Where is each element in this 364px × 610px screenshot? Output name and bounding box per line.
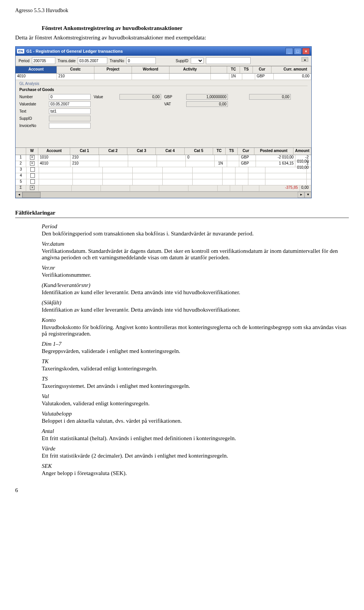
field-term: Antal bbox=[42, 428, 349, 434]
doc-header: Agresso 5.5.3 Huvudbok bbox=[15, 8, 349, 14]
col-workord[interactable]: Workord bbox=[132, 66, 169, 73]
cell-tc[interactable]: 1N bbox=[229, 74, 242, 80]
field-description: Den bokföringsperiod som transaktionen s… bbox=[42, 231, 349, 237]
table-row[interactable]: 1×10102100GBP-2 010,00-2 010,00 bbox=[16, 155, 311, 161]
cell-cur[interactable]: GBP bbox=[255, 74, 274, 80]
col-project[interactable]: Project bbox=[94, 66, 132, 73]
value-input[interactable] bbox=[119, 94, 161, 100]
grid1-row[interactable]: 4010 210 1N GBP 0,00 bbox=[16, 74, 311, 80]
table-row[interactable]: 5 bbox=[16, 179, 311, 185]
gl-analysis-label: GL Analysis bbox=[19, 82, 308, 86]
col-costc[interactable]: Costc bbox=[57, 66, 94, 73]
page-number: 6 bbox=[15, 487, 349, 494]
field-term: Period bbox=[42, 223, 349, 230]
cell-workord[interactable] bbox=[132, 74, 169, 80]
field-term: SEK bbox=[42, 463, 349, 469]
col2-account[interactable]: Account bbox=[38, 148, 71, 155]
gbp-rate-input[interactable] bbox=[186, 94, 228, 100]
field-description: Ett fritt statistikvärde (2 decimaler). … bbox=[42, 453, 349, 459]
col2-tc[interactable]: TC bbox=[213, 148, 226, 155]
suppid-select[interactable] bbox=[191, 58, 204, 64]
vat-input[interactable] bbox=[186, 101, 228, 107]
minimize-button[interactable]: _ bbox=[286, 48, 293, 55]
horizontal-scrollbar[interactable]: ◂ ▸ ▾ bbox=[16, 191, 311, 198]
scroll-right-button[interactable]: ▸ bbox=[298, 192, 304, 198]
col2-cat2[interactable]: Cat 2 bbox=[99, 148, 127, 155]
col-cur[interactable]: Cur bbox=[253, 66, 271, 73]
invoiceno-label: InvoiceNo bbox=[19, 124, 46, 128]
transdate-input[interactable] bbox=[78, 57, 107, 64]
suppid-label2: SuppID bbox=[19, 116, 46, 121]
suppid-display bbox=[49, 116, 91, 121]
window-title: G1 - Registration of General Ledger tran… bbox=[27, 49, 123, 53]
col2-cat4[interactable]: Cat 4 bbox=[156, 148, 184, 155]
field-description: Valutakoden, validerad enligt konterings… bbox=[42, 400, 349, 407]
field-description: Anger belopp i företagsvaluta (SEK). bbox=[42, 470, 349, 477]
col2-cat5[interactable]: Cat 5 bbox=[185, 148, 213, 155]
table-row[interactable]: 2×40102101NGBP1 634,152 010,00 bbox=[16, 161, 311, 167]
sum-row: Σ×-375,850,00 bbox=[16, 185, 311, 191]
scroll-thumb[interactable] bbox=[22, 192, 41, 198]
scroll-down-button[interactable]: ▾ bbox=[304, 192, 311, 198]
gbp-amount-input[interactable] bbox=[249, 94, 291, 100]
field-description: Ett fritt statistikantal (heltal). Använ… bbox=[42, 435, 349, 442]
field-description: Taxeringskoden, validerad enligt konteri… bbox=[42, 365, 349, 372]
gbp-label: GBP bbox=[164, 95, 183, 99]
window-titlebar[interactable]: EN G1 - Registration of General Ledger t… bbox=[16, 47, 311, 56]
field-term: Dim 1–7 bbox=[42, 341, 349, 347]
close-button[interactable]: × bbox=[302, 48, 310, 55]
valuedate-label: Valuedate bbox=[19, 102, 46, 106]
col-tc[interactable]: TC bbox=[227, 66, 240, 73]
number-input[interactable] bbox=[49, 94, 91, 100]
grid1-header: Account Costc Project Workord Activity T… bbox=[16, 66, 311, 74]
col-activity[interactable]: Activity bbox=[169, 66, 211, 73]
invoiceno-input[interactable] bbox=[49, 123, 91, 129]
valuedate-input[interactable] bbox=[49, 101, 91, 107]
cell-project[interactable] bbox=[94, 74, 132, 80]
field-term: TS bbox=[42, 376, 349, 382]
scroll-up-button[interactable]: ▴ bbox=[301, 57, 308, 62]
transno-input[interactable] bbox=[126, 57, 156, 64]
col-account[interactable]: Account bbox=[16, 66, 57, 73]
cell-activity[interactable] bbox=[169, 74, 211, 80]
cell-account[interactable]: 4010 bbox=[16, 74, 57, 80]
field-description: Identifikation av kund eller leverantör.… bbox=[42, 289, 349, 296]
col2-w[interactable]: W bbox=[26, 148, 38, 155]
col2-amount[interactable]: Amount bbox=[293, 148, 311, 155]
form-area: Number Value GBP Valuedate VAT Text Supp… bbox=[19, 94, 308, 129]
field-term: (Kund/leverantörsnr) bbox=[42, 282, 349, 289]
field-description: Verifikationsnummer. bbox=[42, 272, 349, 278]
field-term: Värde bbox=[42, 445, 349, 452]
gl-subtitle: Purchase of Goods bbox=[19, 88, 308, 92]
field-term: Ver.datum bbox=[42, 241, 349, 247]
vat-label: VAT bbox=[164, 102, 183, 106]
table-row[interactable]: 3 bbox=[16, 167, 311, 173]
suppid-search[interactable] bbox=[206, 57, 251, 64]
col-ts[interactable]: TS bbox=[240, 66, 253, 73]
top-toolbar: Period Trans.date TransNo SuppID ▴ bbox=[16, 56, 311, 66]
col2-cat3[interactable]: Cat 3 bbox=[127, 148, 156, 155]
cell-costc[interactable]: 210 bbox=[57, 74, 94, 80]
intro-text: Detta är fönstret Ankomstregistrering av… bbox=[15, 34, 349, 41]
field-description: Verifikationsdatum. Standardvärdet är da… bbox=[42, 248, 349, 261]
text-input[interactable] bbox=[49, 108, 91, 114]
period-label: Period bbox=[19, 59, 30, 63]
field-term: Konto bbox=[42, 317, 349, 323]
col-amount[interactable]: Curr. amount bbox=[271, 66, 311, 73]
col2-cur[interactable]: Cur bbox=[238, 148, 254, 155]
table-row[interactable]: 4 bbox=[16, 173, 311, 179]
field-term: Ver.nr bbox=[42, 265, 349, 271]
field-term: TK bbox=[42, 358, 349, 365]
lang-badge: EN bbox=[17, 49, 24, 53]
col2-ts[interactable]: TS bbox=[226, 148, 238, 155]
col2-cat1[interactable]: Cat 1 bbox=[70, 148, 99, 155]
field-description: Beloppet i den aktuella valutan, dvs. vä… bbox=[42, 418, 349, 424]
cell-amt[interactable]: 0,00 bbox=[274, 74, 311, 80]
maximize-button[interactable]: □ bbox=[294, 48, 301, 55]
cell-ts[interactable] bbox=[242, 74, 255, 80]
field-explanations-heading: Fältförklaringar bbox=[15, 210, 349, 216]
period-input[interactable] bbox=[32, 57, 55, 64]
number-label: Number bbox=[19, 95, 46, 99]
col2-posted[interactable]: Posted amount bbox=[254, 148, 294, 155]
scroll-left-button[interactable]: ◂ bbox=[16, 192, 22, 198]
